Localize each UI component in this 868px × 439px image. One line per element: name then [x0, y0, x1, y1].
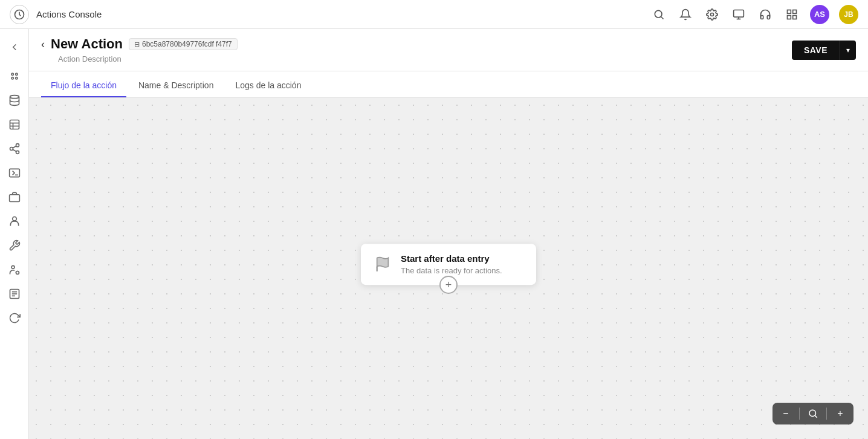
svg-rect-8 — [793, 10, 797, 13]
save-dropdown-button[interactable]: ▾ — [840, 41, 856, 60]
svg-point-22 — [16, 151, 19, 154]
flag-icon — [373, 255, 392, 274]
canvas-area[interactable]: Start after data entry The data is ready… — [29, 98, 868, 439]
svg-point-1 — [655, 10, 662, 18]
svg-rect-10 — [793, 15, 797, 19]
save-button-group: SAVE ▾ — [792, 41, 856, 60]
zoom-in-button[interactable]: + — [832, 405, 849, 422]
svg-rect-7 — [788, 10, 791, 13]
page-title: New Action — [51, 36, 123, 52]
sidebar-item-dashboard[interactable] — [4, 65, 25, 87]
id-badge-icon: ⊟ — [134, 41, 140, 48]
save-button[interactable]: SAVE — [792, 41, 840, 60]
sidebar-item-share[interactable] — [4, 138, 25, 160]
tab-flujo[interactable]: Flujo de la acción — [41, 74, 126, 97]
top-nav-left: Actions Console — [10, 5, 102, 24]
svg-line-2 — [661, 16, 664, 19]
sidebar-item-person[interactable] — [4, 210, 25, 232]
sidebar-item-table[interactable] — [4, 114, 25, 135]
action-card-content: Start after data entry The data is ready… — [401, 253, 524, 275]
top-nav-right: AS JB — [650, 5, 858, 24]
zoom-controls: − + — [772, 403, 853, 424]
grid-apps-icon[interactable] — [783, 6, 800, 23]
bell-icon[interactable] — [677, 6, 694, 23]
sidebar-item-users-gear[interactable] — [4, 259, 25, 281]
settings-gear-icon[interactable] — [704, 6, 721, 23]
app-logo[interactable] — [10, 5, 29, 24]
svg-point-11 — [11, 73, 13, 75]
svg-rect-27 — [9, 195, 19, 202]
sidebar-item-briefcase[interactable] — [4, 186, 25, 208]
svg-point-14 — [15, 77, 17, 79]
monitor-icon[interactable] — [730, 6, 747, 23]
svg-point-21 — [10, 148, 13, 151]
add-step-button[interactable]: + — [439, 276, 458, 294]
tabs-bar: Flujo de la acción Name & Description Lo… — [29, 71, 868, 98]
svg-rect-4 — [734, 10, 744, 17]
user-avatar-purple[interactable]: AS — [810, 5, 829, 24]
main-layout: ‹ New Action ⊟ 6bc5a8780b49776fcdf f47f7… — [0, 29, 868, 439]
svg-point-12 — [15, 73, 17, 75]
page-header: ‹ New Action ⊟ 6bc5a8780b49776fcdf f47f7… — [29, 29, 868, 71]
svg-rect-16 — [10, 120, 19, 129]
sidebar-item-tools[interactable] — [4, 235, 25, 256]
search-icon[interactable] — [650, 6, 667, 23]
svg-point-28 — [12, 217, 16, 221]
svg-line-24 — [13, 146, 16, 148]
page-header-left: ‹ New Action ⊟ 6bc5a8780b49776fcdf f47f7… — [41, 36, 238, 63]
page-subtitle: Action Description — [58, 54, 238, 63]
top-nav: Actions Console — [0, 0, 868, 29]
svg-point-30 — [11, 265, 15, 268]
svg-point-37 — [809, 410, 816, 417]
sidebar-item-database[interactable] — [4, 89, 25, 111]
action-card-description: The data is ready for actions. — [401, 266, 524, 275]
sidebar-back-button[interactable] — [4, 36, 25, 58]
app-title: Actions Console — [36, 9, 102, 19]
zoom-out-button[interactable]: − — [777, 405, 794, 422]
headset-icon[interactable] — [757, 6, 774, 23]
svg-line-23 — [13, 149, 16, 151]
zoom-fit-button[interactable] — [805, 405, 821, 422]
content-area: ‹ New Action ⊟ 6bc5a8780b49776fcdf f47f7… — [29, 29, 868, 439]
action-card-title: Start after data entry — [401, 253, 524, 264]
page-header-title-row: ‹ New Action ⊟ 6bc5a8780b49776fcdf f47f7 — [41, 36, 238, 52]
svg-point-20 — [16, 144, 19, 147]
svg-point-15 — [10, 96, 19, 99]
action-id-badge: ⊟ 6bc5a8780b49776fcdf f47f7 — [129, 38, 238, 50]
svg-point-3 — [711, 13, 714, 16]
zoom-divider-2 — [826, 408, 827, 420]
tab-name-description[interactable]: Name & Description — [129, 74, 224, 97]
sidebar-item-refresh[interactable] — [4, 307, 25, 329]
tab-logs[interactable]: Logs de la acción — [225, 74, 311, 97]
user-avatar-yellow[interactable]: JB — [839, 5, 858, 24]
svg-point-13 — [11, 77, 13, 79]
sidebar-item-notes[interactable] — [4, 283, 25, 305]
sidebar-item-terminal[interactable] — [4, 162, 25, 184]
zoom-divider — [799, 408, 800, 420]
svg-rect-9 — [788, 15, 791, 19]
page-back-button[interactable]: ‹ — [41, 38, 45, 51]
action-id-value: 6bc5a8780b49776fcdf f47f7 — [142, 40, 232, 48]
sidebar — [0, 29, 29, 439]
svg-line-38 — [815, 415, 817, 417]
